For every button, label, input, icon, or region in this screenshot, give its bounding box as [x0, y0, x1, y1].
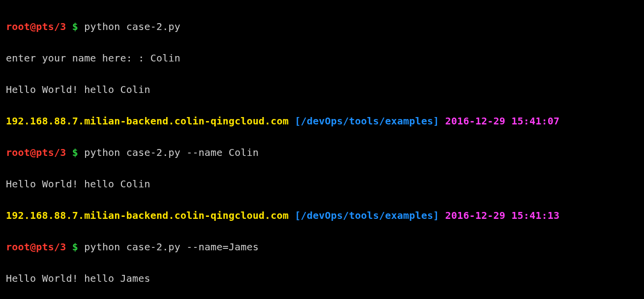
host: 192.168.88.7.milian-backend.colin-qingcl…	[6, 209, 295, 221]
prompt-user: root@pts/3	[6, 147, 66, 158]
prompt-line-1: root@pts/3 $ python case-2.py	[6, 19, 638, 34]
context-line-1: 192.168.88.7.milian-backend.colin-qingcl…	[6, 113, 638, 129]
prompt-line-3: root@pts/3 $ python case-2.py --name=Jam…	[6, 239, 638, 255]
context-line-2: 192.168.88.7.milian-backend.colin-qingcl…	[6, 208, 638, 223]
stdout-line: Hello World! hello Colin	[6, 176, 638, 192]
prompt-user: root@pts/3	[6, 21, 66, 32]
stdout-line: Hello World! hello James	[6, 270, 638, 286]
timestamp: 2016-12-29 15:41:13	[445, 209, 560, 221]
cwd-path: [/devOps/tools/examples]	[295, 115, 445, 127]
prompt-user: root@pts/3	[6, 241, 66, 253]
prompt-dollar: $	[66, 147, 84, 158]
prompt-dollar: $	[66, 241, 84, 253]
cwd-path: [/devOps/tools/examples]	[295, 209, 445, 221]
command-text: python case-2.py --name Colin	[84, 147, 259, 158]
stdin-line: enter your name here: : Colin	[6, 50, 638, 66]
command-text: python case-2.py	[84, 21, 180, 32]
prompt-dollar: $	[66, 21, 84, 32]
command-text: python case-2.py --name=James	[84, 241, 259, 253]
prompt-line-2: root@pts/3 $ python case-2.py --name Col…	[6, 145, 638, 160]
host: 192.168.88.7.milian-backend.colin-qingcl…	[6, 115, 295, 127]
terminal[interactable]: root@pts/3 $ python case-2.py enter your…	[0, 0, 644, 299]
stdout-line: Hello World! hello Colin	[6, 82, 638, 97]
timestamp: 2016-12-29 15:41:07	[445, 115, 560, 127]
